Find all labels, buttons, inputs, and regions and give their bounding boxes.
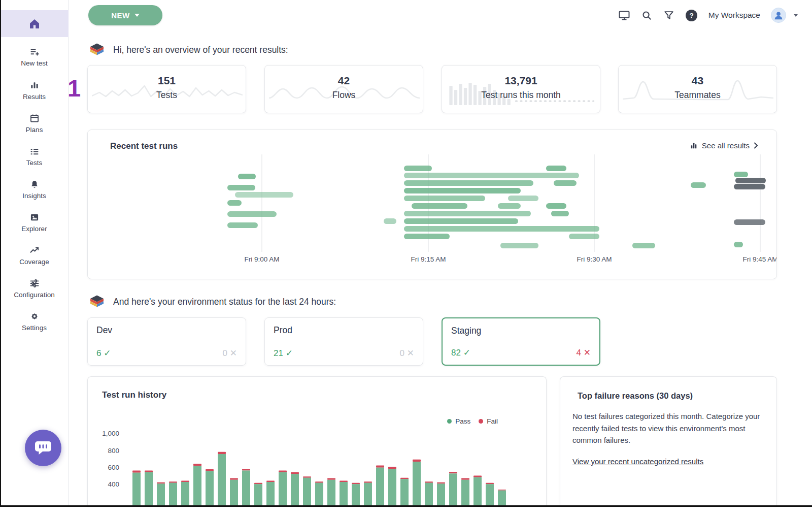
avatar[interactable] bbox=[771, 8, 786, 23]
time-axis-label: Fri 9:00 AM bbox=[244, 255, 279, 263]
panel-title: Top failure reasons (30 days) bbox=[578, 391, 693, 401]
app-logo-icon bbox=[89, 295, 105, 309]
sidebar-item-new-test[interactable]: New test bbox=[0, 47, 69, 67]
sidebar-item-label: Configuration bbox=[14, 291, 54, 299]
check-icon: ✓ bbox=[463, 348, 470, 358]
y-axis-tick: 1,000 bbox=[94, 430, 119, 437]
workspace-selector[interactable]: My Workspace bbox=[708, 11, 760, 20]
stat-card-teammates[interactable]: 43 Teammates bbox=[618, 65, 777, 113]
recent-test-runs-panel: Recent test runs See all results Fri 9:0… bbox=[87, 130, 777, 279]
env-pass-count: 82 ✓ bbox=[451, 347, 470, 358]
home-icon bbox=[28, 18, 41, 30]
y-axis-tick: 400 bbox=[94, 480, 119, 488]
bar-chart-icon bbox=[690, 142, 698, 150]
stat-card-tests[interactable]: 151 Tests bbox=[87, 65, 246, 113]
legend-pass: Pass bbox=[447, 417, 470, 425]
new-test-icon bbox=[29, 47, 40, 57]
sidebar-item-results[interactable]: Results bbox=[0, 80, 69, 101]
bell-icon bbox=[29, 179, 40, 189]
sidebar-item-label: Settings bbox=[22, 324, 47, 332]
sidebar-item-label: Results bbox=[23, 93, 46, 101]
annotation-marker-1: 1 bbox=[67, 74, 81, 102]
pass-dot-icon bbox=[447, 419, 452, 424]
time-axis-label: Fri 9:45 AM bbox=[742, 255, 777, 263]
sidebar-item-plans[interactable]: Plans bbox=[0, 113, 69, 134]
sidebar-item-configuration[interactable]: Configuration bbox=[0, 278, 69, 299]
x-icon: ✕ bbox=[584, 348, 591, 358]
sliders-icon bbox=[29, 278, 40, 288]
stat-value: 151 bbox=[88, 75, 246, 87]
topbar-actions: ? My Workspace bbox=[618, 6, 798, 24]
monitor-icon[interactable] bbox=[618, 9, 630, 21]
sidebar-item-label: New test bbox=[21, 59, 48, 67]
filter-icon[interactable] bbox=[663, 10, 674, 21]
fail-dot-icon bbox=[479, 419, 483, 424]
x-icon: ✕ bbox=[407, 348, 414, 358]
stat-label: Tests bbox=[88, 90, 246, 101]
app-window: New test Results Plans Tests Insights bbox=[0, 0, 812, 517]
bar-chart-icon bbox=[29, 80, 40, 90]
stat-card-flows[interactable]: 42 Flows bbox=[264, 65, 423, 113]
env-name: Staging bbox=[451, 326, 481, 336]
caret-down-icon[interactable] bbox=[794, 14, 798, 17]
env-card-dev[interactable]: Dev 6 ✓ 0 ✕ bbox=[87, 317, 246, 366]
check-icon: ✓ bbox=[104, 348, 111, 358]
time-axis-label: Fri 9:15 AM bbox=[411, 255, 446, 263]
legend-fail: Fail bbox=[479, 417, 498, 425]
sidebar-item-label: Insights bbox=[22, 192, 46, 200]
time-axis-label: Fri 9:30 AM bbox=[577, 255, 612, 263]
y-axis-tick: 600 bbox=[94, 464, 119, 471]
env-name: Prod bbox=[274, 325, 292, 336]
failure-reasons-text: No test failures categorized this month.… bbox=[572, 410, 766, 446]
env-pass-count: 6 ✓ bbox=[96, 348, 111, 359]
environment-heading: And here's your environment status for t… bbox=[113, 297, 336, 307]
panel-title: Test run history bbox=[102, 390, 166, 400]
sidebar-item-settings[interactable]: Settings bbox=[0, 311, 69, 332]
trend-up-icon bbox=[29, 245, 40, 255]
calendar-icon bbox=[29, 113, 40, 123]
sidebar-item-label: Tests bbox=[26, 159, 43, 167]
new-button[interactable]: NEW bbox=[88, 5, 162, 25]
see-all-results-link[interactable]: See all results bbox=[690, 141, 758, 150]
sidebar-item-label: Plans bbox=[26, 126, 43, 134]
stat-value: 13,791 bbox=[442, 75, 600, 87]
stat-label: Teammates bbox=[619, 90, 776, 101]
stat-value: 43 bbox=[619, 75, 776, 87]
x-icon: ✕ bbox=[230, 348, 237, 358]
sidebar: New test Results Plans Tests Insights bbox=[0, 0, 69, 506]
env-name: Dev bbox=[96, 325, 112, 336]
sidebar-item-insights[interactable]: Insights bbox=[0, 179, 69, 200]
check-icon: ✓ bbox=[286, 348, 293, 358]
test-run-history-panel: Test run history Pass Fail 1,000 800 600… bbox=[87, 376, 547, 506]
sidebar-item-label: Coverage bbox=[19, 258, 49, 266]
sidebar-item-explorer[interactable]: Explorer bbox=[0, 212, 69, 233]
overview-greeting: Hi, here's an overview of your recent re… bbox=[113, 45, 288, 55]
overview-greeting-row: Hi, here's an overview of your recent re… bbox=[89, 43, 288, 57]
gear-icon bbox=[29, 311, 40, 321]
screenshot-bottom-border bbox=[0, 505, 812, 507]
stat-value: 42 bbox=[265, 75, 423, 87]
chat-launcher[interactable] bbox=[25, 430, 61, 466]
list-icon bbox=[29, 146, 40, 156]
env-card-prod[interactable]: Prod 21 ✓ 0 ✕ bbox=[264, 317, 423, 366]
stat-label: Test runs this month bbox=[442, 90, 600, 101]
new-button-label: NEW bbox=[111, 11, 130, 20]
environment-heading-row: And here's your environment status for t… bbox=[89, 295, 336, 309]
sidebar-item-coverage[interactable]: Coverage bbox=[0, 245, 69, 266]
y-axis-tick: 800 bbox=[94, 447, 119, 455]
help-icon[interactable]: ? bbox=[685, 9, 698, 22]
app-logo-icon bbox=[89, 43, 105, 57]
sidebar-item-tests[interactable]: Tests bbox=[0, 146, 69, 167]
search-icon[interactable] bbox=[641, 10, 653, 21]
env-card-staging[interactable]: Staging 82 ✓ 4 ✕ bbox=[442, 317, 600, 366]
svg-text:?: ? bbox=[689, 12, 693, 19]
uncategorized-results-link[interactable]: View your recent uncategorized results bbox=[572, 457, 703, 466]
env-fail-count: 4 ✕ bbox=[577, 347, 591, 358]
stat-card-test-runs[interactable]: 13,791 Test runs this month bbox=[442, 65, 600, 113]
caret-down-icon bbox=[134, 14, 140, 17]
env-pass-count: 21 ✓ bbox=[274, 348, 293, 359]
env-fail-count: 0 ✕ bbox=[400, 348, 414, 359]
image-icon bbox=[29, 212, 40, 222]
stat-label: Flows bbox=[265, 90, 423, 101]
sidebar-item-home[interactable] bbox=[0, 10, 69, 37]
